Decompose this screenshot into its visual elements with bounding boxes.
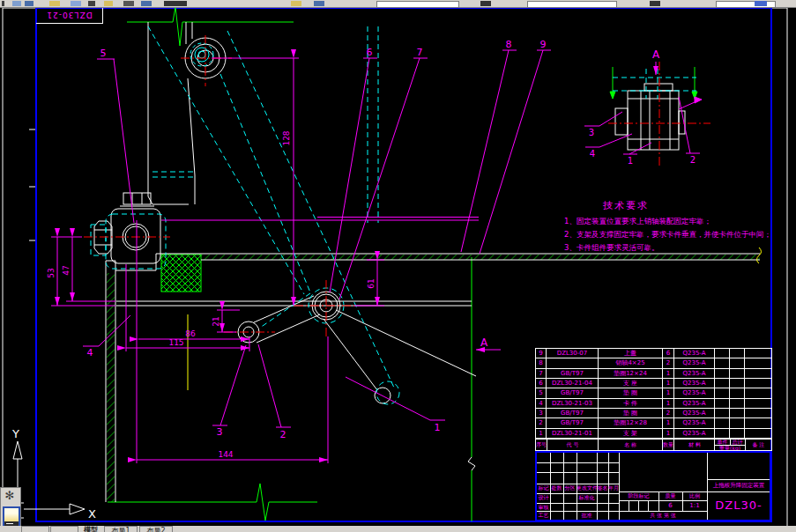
detail-balloon-2: 2	[690, 155, 696, 165]
toolbar-combobox[interactable]	[376, 1, 459, 8]
table-row: 5GB/T97垫 圈1Q235-A	[536, 388, 772, 398]
title-block: 标记 处数 分区 更改文件号 签名 年月日 设计 标准化 审核 工艺 批准 阶段…	[535, 451, 771, 521]
tech-requirement-item: 3、卡件组件要求灵活可靠。	[564, 241, 785, 255]
tab-model[interactable]: 模型	[79, 526, 102, 532]
table-row: 4DZL30-21-03卡 件1Q235-A	[536, 398, 772, 408]
bom-header-total: 总计	[731, 440, 745, 445]
dim-144: 144	[218, 450, 233, 459]
bom-header-code: 代 号	[547, 440, 599, 450]
tech-requirements-title: 技术要求	[603, 199, 785, 212]
dim-128: 128	[282, 130, 291, 145]
toolbar-icon[interactable]	[291, 1, 301, 6]
layer-icon[interactable]	[3, 506, 20, 528]
balloon-1: 1	[435, 422, 441, 433]
rev-header-docno: 更改文件号	[577, 484, 597, 491]
mass-label: 质量	[658, 492, 682, 499]
table-row: 3GB/T97垫 圈2Q235-A	[536, 408, 772, 417]
stage-label: 阶段标记	[619, 492, 658, 499]
role-standard: 标准化	[577, 494, 597, 501]
toolbar-icon[interactable]	[104, 1, 113, 6]
balloon-3: 3	[217, 426, 223, 438]
rev-header-zone: 分区	[563, 484, 577, 491]
bom-header: 序号 代 号 名 称 数量 材 料 单件 总计 重量(kg) 备 注	[535, 439, 772, 451]
toolbar-icon[interactable]	[650, 1, 660, 6]
status-button[interactable]	[50, 526, 78, 532]
bom-header-notes: 备 注	[746, 440, 771, 450]
role-design: 设计	[537, 494, 550, 501]
tab-layout1[interactable]: 布局1	[104, 526, 138, 532]
table-row: 9DZL30-07上盖6Q235-A	[536, 349, 772, 358]
table-row: 7GB/T97垫圈12×241Q235-A	[536, 368, 772, 378]
drawing-title: 上拖板升降固定装置	[708, 480, 770, 491]
status-bar: 模型 布局1 布局2	[0, 526, 796, 532]
detail-balloon-3: 3	[589, 128, 594, 137]
role-process: 工艺	[537, 512, 550, 519]
bom-header-no: 序号	[536, 440, 547, 450]
detail-a-label: A	[652, 48, 660, 61]
ucs-x-label: X	[88, 507, 96, 521]
balloon-4: 4	[87, 347, 93, 358]
balloon-8: 8	[506, 39, 512, 50]
dim-115: 115	[168, 338, 183, 347]
status-button[interactable]	[21, 526, 49, 532]
rev-header-count: 处数	[550, 484, 563, 491]
section-a-label: A	[480, 336, 488, 349]
toolbar-icon[interactable]	[88, 1, 95, 6]
dim-21: 21	[212, 316, 220, 326]
table-row: 1DZL30-21-01支 架1Q235-A	[536, 428, 772, 438]
bom-header-weight-group: 单件 总计 重量(kg)	[715, 440, 745, 450]
centerlines	[84, 35, 710, 337]
toolbar-icon[interactable]	[49, 1, 60, 6]
toolbar-icon[interactable]	[71, 1, 81, 6]
bom-header-qty: 数量	[663, 440, 675, 450]
bom-table: 9DZL30-07上盖6Q235-A 8销轴4×252Q235-A 7GB/T9…	[535, 348, 772, 439]
toolbar-icon[interactable]	[12, 1, 21, 6]
dim-47: 47	[62, 265, 71, 275]
toolbar-icon[interactable]	[25, 1, 33, 6]
balloon-6: 6	[367, 47, 373, 58]
balloon-7: 7	[417, 47, 423, 58]
table-row: 8销轴4×252Q235-A	[536, 358, 772, 368]
phantom-circles	[190, 43, 213, 66]
rev-header-mark: 标记	[537, 484, 550, 491]
bom-header-material: 材 料	[674, 440, 715, 450]
tab-layout2[interactable]: 布局2	[139, 526, 173, 532]
tech-requirements: 技术要求 1、固定装置位置要求上销轴装配固定牢靠； 2、支架及支撑固定牢靠，要求…	[564, 199, 785, 255]
toolbar-icon[interactable]	[2, 1, 4, 6]
tech-requirement-item: 1、固定装置位置要求上销轴装配固定牢靠；	[564, 215, 785, 228]
osnap-icon[interactable]: ✻	[3, 489, 17, 503]
role-check: 审核	[537, 504, 550, 511]
toolbar-icon[interactable]	[123, 1, 134, 6]
ucs-y-label: Y	[11, 427, 19, 440]
table-row: 2GB/T97垫圈12×281Q235-A	[536, 418, 772, 428]
mass-value: 6	[658, 502, 682, 509]
toolbar-icon[interactable]	[480, 1, 491, 6]
cad-window: Y X	[0, 0, 796, 532]
toolbar-combobox[interactable]	[527, 1, 617, 8]
toolbar-icon[interactable]	[164, 1, 187, 6]
sheet-note: 共 张 第 张	[619, 512, 707, 519]
dim-86: 86	[185, 329, 196, 338]
scale-label: 比例	[682, 492, 707, 499]
toolbar-icon[interactable]	[314, 1, 324, 6]
drawing-number: DZL30-21	[708, 493, 770, 518]
role-approve: 批准	[577, 512, 597, 519]
scale-value: 1:1	[682, 502, 707, 509]
detail-view-outlines	[615, 84, 685, 150]
toolbar-icon[interactable]	[755, 1, 767, 6]
dim-61: 61	[367, 278, 376, 288]
tech-requirement-item: 2、支架及支撑固定牢靠，要求卡件垂直，并使卡件位于中间；	[564, 228, 785, 241]
bom-header-unit: 单件	[715, 440, 730, 445]
balloon-9: 9	[540, 39, 547, 50]
rev-header-sign: 签名	[597, 484, 608, 491]
ucs-icon: Y X	[11, 427, 96, 521]
detail-balloon-4: 4	[590, 149, 595, 159]
balloon-5: 5	[100, 48, 107, 59]
table-row: 6DZL30-21-04支 座1Q235-A	[536, 378, 772, 388]
bom-header-weight: 重量(kg)	[715, 446, 744, 450]
detail-balloon-1: 1	[628, 156, 633, 166]
dim-53: 53	[47, 268, 56, 277]
mirrored-title-text: DZL30-21	[36, 8, 102, 22]
toolbar-icon[interactable]	[141, 1, 152, 6]
bom-header-name: 名 称	[599, 440, 662, 450]
